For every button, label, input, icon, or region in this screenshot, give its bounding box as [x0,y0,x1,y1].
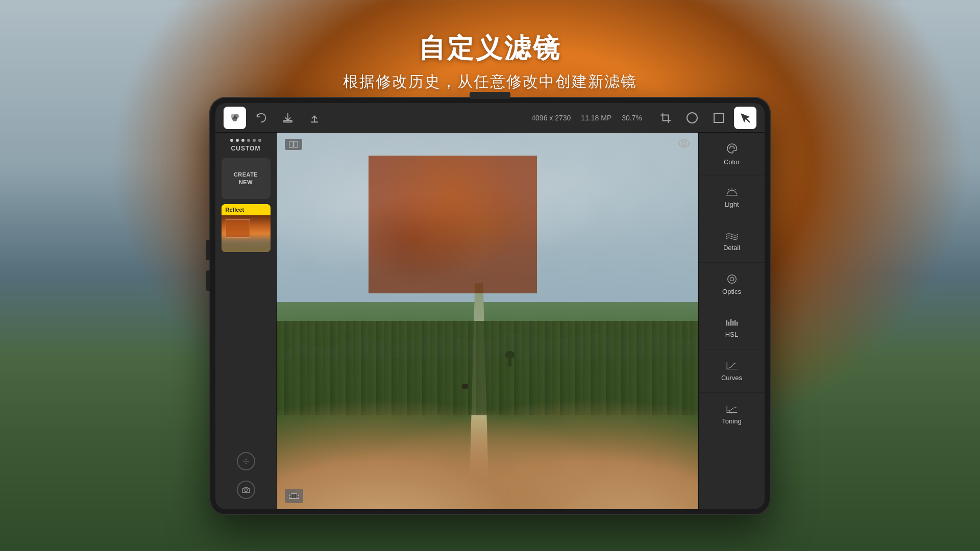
svg-rect-33 [726,320,727,325]
thumb-fingers [222,242,271,252]
grid-icon [242,457,250,465]
tablet-side-button-1 [206,240,210,260]
light-icon-svg [725,187,739,197]
toolbar-right [654,107,756,129]
svg-rect-17 [289,493,291,495]
right-panel-detail[interactable]: Detail [699,219,765,263]
thumb-reflection-preview [226,219,250,238]
filter-options-button[interactable] [237,452,255,470]
sidebar-bottom [237,252,255,509]
right-panel: Color Light [698,133,765,509]
create-new-button[interactable]: CREATE NEW [222,158,271,199]
filter-card-thumbnail [222,215,271,252]
select-button[interactable] [734,107,756,129]
eye-button[interactable] [678,139,690,148]
svg-rect-36 [732,320,733,325]
curves-icon-svg [725,361,739,371]
optics-icon [726,273,738,285]
image-dimensions: 4096 x 2730 [531,114,571,122]
hsl-icon [725,317,739,328]
curves-icon [725,361,739,371]
tablet-top-bar [470,92,510,99]
optics-icon-svg [726,273,738,285]
reflect-clouds [369,156,537,293]
svg-point-7 [246,459,247,460]
sidebar-dots [230,133,261,145]
dot-1 [230,139,233,142]
undo-button[interactable] [250,107,273,129]
toolbar: 4096 x 2730 11.18 MP 30.7% [215,103,765,133]
svg-rect-19 [292,494,293,498]
download-icon [282,112,293,123]
image-megapixels: 11.18 MP [581,114,611,122]
dot-2 [236,139,239,142]
tablet-device: 4096 x 2730 11.18 MP 30.7% [209,97,771,515]
svg-rect-13 [294,141,298,147]
canvas-bottom-tools [285,489,303,503]
svg-point-8 [246,463,247,464]
svg-rect-38 [736,321,737,325]
svg-rect-20 [295,494,296,498]
svg-rect-37 [734,320,735,325]
filmstrip-icon [289,492,299,500]
compare-icon [289,141,298,148]
svg-rect-21 [297,493,299,495]
right-panel-optics[interactable]: Optics [699,263,765,306]
svg-point-15 [682,142,686,145]
detail-icon-svg [725,231,739,241]
share-icon [309,112,320,123]
svg-point-31 [727,274,736,283]
svg-point-24 [730,145,731,147]
light-icon [725,187,739,197]
filter-card-label: Reflect [222,204,271,215]
layers-icon [229,112,241,124]
svg-rect-35 [730,319,731,325]
vignette-button[interactable] [681,107,703,129]
dot-5 [253,139,256,142]
compare-button[interactable] [285,139,302,150]
photo-tree [508,356,511,366]
svg-point-11 [244,489,247,491]
svg-point-26 [733,147,735,148]
download-button[interactable] [277,107,299,129]
crop-button[interactable] [654,107,677,129]
color-label: Color [724,158,740,166]
sub-title: 根据修改历史，从任意修改中创建新滤镜 [343,71,637,92]
curves-label: Curves [721,374,742,382]
share-button[interactable] [303,107,326,129]
right-panel-hsl[interactable]: HSL [699,306,765,349]
svg-point-9 [243,461,244,462]
camera-button[interactable] [237,481,255,499]
filter-card-reflect[interactable]: Reflect [222,204,271,252]
right-panel-color[interactable]: Color [699,133,765,176]
detail-label: Detail [723,244,740,252]
layers-button[interactable] [224,107,246,129]
hsl-label: HSL [725,331,738,338]
svg-rect-34 [728,321,729,325]
svg-point-23 [729,147,730,148]
right-panel-light[interactable]: Light [699,176,765,219]
photo-canvas [277,133,698,509]
photo-hands [277,378,698,509]
dot-3 [241,139,244,142]
svg-line-30 [734,189,735,190]
image-zoom: 30.7% [622,114,642,122]
svg-point-10 [248,461,249,462]
eye-icon [678,139,690,148]
dot-6 [258,139,261,142]
circle-icon [687,112,698,123]
filmstrip-button[interactable] [285,489,303,503]
svg-rect-18 [289,496,291,497]
right-panel-toning[interactable]: Toning [699,393,765,436]
toolbar-info: 4096 x 2730 11.18 MP 30.7% [531,114,642,122]
undo-icon [256,112,267,123]
main-title: 自定义滤镜 [343,31,637,66]
frame-button[interactable] [707,107,730,129]
toning-icon-svg [725,404,739,414]
content-area: CUSTOM CREATE NEW Reflect [215,133,765,509]
dot-4 [247,139,250,142]
camera-icon [242,486,250,494]
svg-point-14 [679,140,689,147]
left-sidebar: CUSTOM CREATE NEW Reflect [215,133,277,509]
right-panel-curves[interactable]: Curves [699,349,765,393]
